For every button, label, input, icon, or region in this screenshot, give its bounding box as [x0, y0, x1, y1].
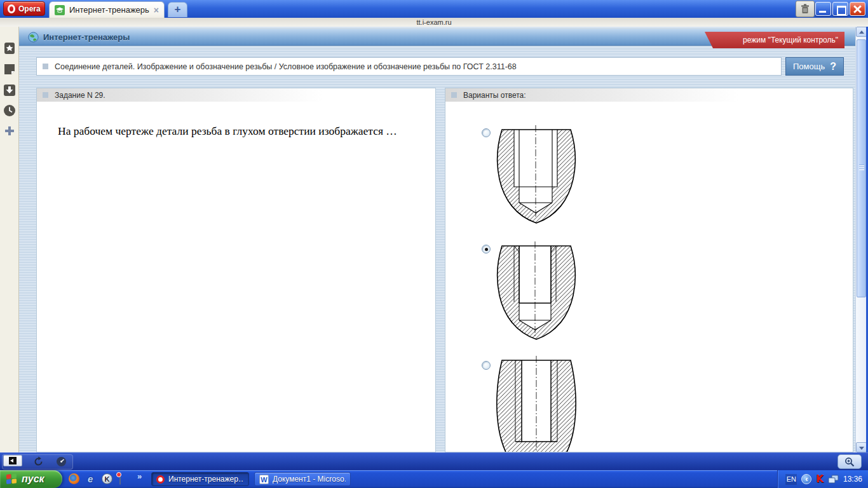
scroll-down-button[interactable] — [856, 442, 867, 452]
question-panel-header: Задание N 29. — [37, 88, 435, 102]
sync-icon[interactable] — [33, 456, 44, 467]
globe-icon — [28, 32, 39, 43]
mail-client-icon[interactable] — [119, 473, 121, 485]
site-title: Интернет-тренажеры — [43, 32, 130, 42]
answer-drawing-1[interactable] — [494, 123, 580, 226]
add-panel-icon[interactable] — [3, 125, 16, 137]
bookmarks-icon[interactable] — [3, 42, 16, 55]
breadcrumb-text: Соединение деталей. Изображение и обозна… — [55, 62, 517, 71]
opera-icon — [156, 475, 165, 484]
help-label: Помощь — [793, 62, 825, 71]
breadcrumb: Соединение деталей. Изображение и обозна… — [36, 57, 782, 76]
url-strip[interactable]: tt.i-exam.ru — [0, 18, 868, 27]
answer-radio-3[interactable] — [482, 361, 491, 370]
tab-close-icon[interactable]: × — [154, 6, 159, 15]
taskbar-task-opera[interactable]: Интернет-тренажер… — [151, 472, 249, 486]
internet-explorer-icon[interactable]: e — [88, 473, 99, 485]
magnifier-plus-icon — [844, 457, 855, 467]
page-url: tt.i-exam.ru — [416, 18, 451, 26]
opera-menu-button[interactable]: Opera — [3, 1, 45, 16]
question-panel: Задание N 29. На рабочем чертеже детали … — [36, 88, 436, 452]
network-icon[interactable] — [828, 475, 839, 484]
answers-panel: Варианты ответа: — [445, 88, 853, 452]
answer-drawing-3[interactable] — [494, 354, 580, 452]
new-tab-button[interactable]: + — [168, 2, 187, 17]
answer-radio-1[interactable] — [482, 128, 491, 137]
system-tray: EN ‹ K 13:36 — [777, 470, 868, 488]
start-button[interactable]: пуск — [0, 470, 62, 488]
notes-icon[interactable] — [3, 63, 16, 76]
downloads-icon[interactable] — [3, 84, 16, 97]
question-text: На рабочем чертеже детали резьба в глухо… — [58, 125, 423, 138]
browser-statusbar — [0, 452, 868, 470]
question-mark-icon: ? — [830, 61, 836, 72]
minimize-button[interactable] — [815, 2, 831, 16]
site-header: Интернет-тренажеры режим "Текущий контро… — [19, 29, 855, 46]
start-label: пуск — [22, 473, 44, 485]
close-button[interactable] — [850, 2, 865, 16]
chevron-down-icon — [859, 447, 864, 450]
page-zoom-button[interactable] — [837, 454, 862, 469]
help-button[interactable]: Помощь ? — [785, 57, 844, 76]
panel-toggle-button[interactable] — [3, 455, 22, 466]
task-label: Документ1 - Microso… — [273, 475, 346, 484]
word-icon: W — [259, 475, 269, 484]
kmeleon-browser-icon[interactable]: K — [102, 473, 112, 484]
answer-radio-2[interactable] — [482, 245, 491, 254]
scroll-up-button[interactable] — [856, 27, 867, 37]
taskbar-task-word[interactable]: W Документ1 - Microso… — [254, 472, 351, 486]
bullet-icon — [451, 92, 457, 98]
tab-favicon-icon — [55, 5, 65, 15]
chevron-up-icon — [859, 30, 864, 34]
bullet-icon — [43, 64, 48, 69]
tray-collapse-icon[interactable]: ‹ — [801, 474, 811, 484]
answer-drawing-2[interactable] — [494, 240, 580, 342]
windows-taskbar: пуск e K » Интернет-тренажер… W Документ… — [0, 470, 868, 488]
history-icon[interactable] — [3, 104, 16, 117]
vertical-scrollbar[interactable] — [855, 27, 866, 452]
window-controls — [815, 2, 865, 16]
restore-button[interactable] — [832, 2, 848, 16]
question-panel-title: Задание N 29. — [55, 91, 105, 100]
trash-icon — [801, 4, 810, 14]
collapse-panel-icon — [9, 457, 17, 464]
kaspersky-icon[interactable]: K — [816, 475, 824, 484]
browser-titlebar: Opera Интернет-тренажеры × + — [0, 0, 868, 18]
bullet-icon — [43, 92, 48, 98]
clock[interactable]: 13:36 — [843, 475, 862, 484]
page-content: Интернет-тренажеры режим "Текущий контро… — [19, 27, 855, 452]
quick-launch-overflow-chevron[interactable]: » — [137, 471, 142, 481]
answers-panel-header: Варианты ответа: — [445, 88, 853, 102]
mode-badge: режим "Текущий контроль" — [705, 32, 844, 48]
opera-logo-icon — [8, 4, 15, 13]
scrollbar-grip — [859, 165, 864, 170]
windows-logo-icon — [5, 473, 18, 485]
turbo-gauge-icon[interactable] — [56, 456, 67, 467]
closed-tabs-trash-button[interactable] — [796, 1, 815, 17]
tab-title: Интернет-тренажеры — [69, 5, 149, 15]
firefox-icon[interactable] — [69, 473, 79, 484]
opera-menu-label: Opera — [18, 4, 41, 13]
answers-panel-title: Варианты ответа: — [463, 91, 526, 100]
browser-tab[interactable]: Интернет-тренажеры × — [49, 1, 165, 18]
opera-side-panel — [0, 27, 19, 452]
task-label: Интернет-тренажер… — [168, 475, 244, 484]
language-indicator[interactable]: EN — [785, 474, 797, 485]
scrollbar-thumb[interactable] — [857, 39, 866, 297]
